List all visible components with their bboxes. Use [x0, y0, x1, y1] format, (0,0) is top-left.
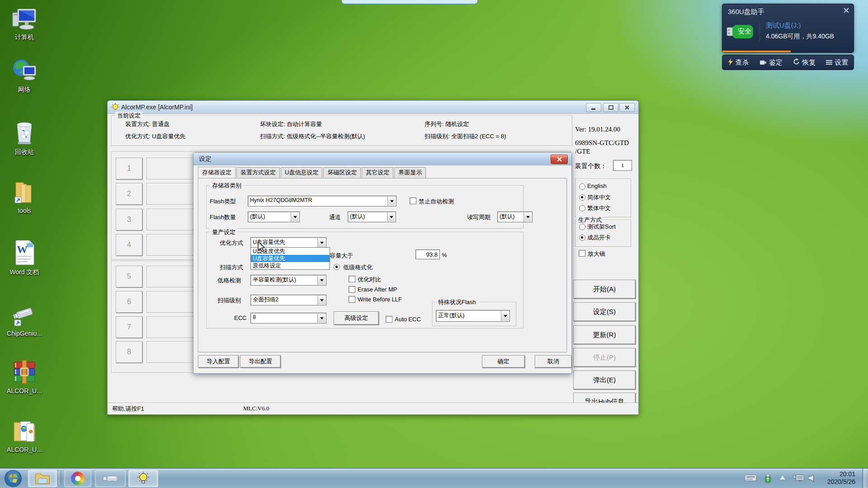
- start-button[interactable]: [4, 469, 23, 488]
- status-help-text: 帮助,请按F1: [112, 405, 144, 413]
- port-button-6[interactable]: 6: [116, 291, 142, 313]
- alcormp-titlebar[interactable]: AlcorMP.exe [AlcorMP.ini]: [108, 101, 638, 114]
- advanced-settings-button[interactable]: 高级设定: [334, 311, 379, 325]
- radio-simplified-chinese-label: 简体中文: [587, 193, 611, 202]
- disable-autodetect-checkbox[interactable]: [410, 197, 416, 204]
- port-button-2[interactable]: 2: [116, 183, 142, 205]
- close-button[interactable]: [619, 103, 635, 112]
- tray-keyboard-icon[interactable]: [745, 474, 757, 483]
- desktop-icon-network[interactable]: 网络: [4, 57, 45, 94]
- write-before-llf-checkbox[interactable]: [349, 296, 355, 303]
- port-button-5[interactable]: 5: [116, 266, 142, 287]
- settings-dialog-titlebar[interactable]: 设定: [193, 153, 571, 165]
- desktop-icon-recycle-bin[interactable]: 回收站: [4, 118, 45, 156]
- cancel-button[interactable]: 取消: [535, 355, 572, 368]
- auto-ecc-checkbox[interactable]: [386, 316, 392, 323]
- desktop-icon-computer[interactable]: 计算机: [4, 7, 45, 42]
- stop-button[interactable]: 停止(P): [573, 348, 636, 367]
- llf-radio[interactable]: [334, 264, 340, 270]
- dropdown-option-original-llf[interactable]: 原低格设定: [251, 262, 330, 269]
- optimize-mode-combobox[interactable]: U盘容量优先: [250, 237, 326, 248]
- tray-usb-icon[interactable]: [764, 474, 772, 485]
- taskbar-browser-button[interactable]: [64, 470, 91, 487]
- export-config-button[interactable]: 导出配置: [240, 355, 281, 368]
- port-button-3[interactable]: 3: [116, 209, 142, 230]
- tray-volume-icon[interactable]: [808, 474, 816, 484]
- chevron-down-icon[interactable]: [291, 212, 299, 221]
- show-desktop-button[interactable]: [863, 469, 868, 488]
- erase-after-mp-checkbox[interactable]: [349, 286, 355, 293]
- tab-device-mode-settings[interactable]: 装置方式设定: [236, 167, 280, 178]
- rw-cycle-combobox[interactable]: (默认): [497, 211, 533, 222]
- desktop-icon-alcor-folder[interactable]: ALCOR_U...: [4, 418, 45, 453]
- scan-mode-label: 扫描方式: [220, 263, 243, 272]
- channel-combobox[interactable]: (默认): [348, 211, 396, 222]
- action-recover[interactable]: 恢复: [793, 58, 816, 67]
- tab-usb-info-settings[interactable]: U盘信息设定: [281, 167, 322, 178]
- desktop-icon-label: 回收站: [4, 148, 45, 156]
- action-identify[interactable]: 鉴定: [760, 58, 783, 67]
- taskbar-alcormp-button[interactable]: [128, 470, 158, 487]
- special-flash-combobox[interactable]: 正常(默认): [436, 310, 510, 322]
- port-button-4[interactable]: 4: [116, 234, 142, 256]
- minimize-button[interactable]: [586, 103, 601, 112]
- start-button[interactable]: 开始(A): [573, 280, 636, 299]
- taskbar-explorer-button[interactable]: [28, 470, 57, 487]
- action-scan[interactable]: 查杀: [728, 58, 749, 67]
- chevron-down-icon[interactable]: [317, 296, 326, 305]
- taskbar-usb-tool-button[interactable]: [95, 470, 126, 487]
- tray-network-icon[interactable]: [793, 474, 804, 484]
- radio-finished-card[interactable]: [579, 235, 585, 241]
- dialog-close-button[interactable]: [551, 155, 568, 164]
- capacity-percent-field[interactable]: 93.8: [415, 249, 440, 259]
- desktop-icon-word-doc[interactable]: W Word 文档: [4, 239, 45, 277]
- tab-storage-settings[interactable]: 存储器设定: [198, 167, 236, 178]
- lowformat-check-combobox[interactable]: 半容量检测(默认): [250, 275, 326, 286]
- dropdown-option-speed-first[interactable]: U盘速度优先: [251, 248, 330, 255]
- radio-english[interactable]: [579, 183, 585, 190]
- drive-capacity: 4.06GB可用，共9.40GB: [766, 33, 834, 41]
- chevron-down-icon[interactable]: [317, 314, 326, 323]
- eject-button[interactable]: 弹出(E): [573, 371, 636, 389]
- chevron-down-icon[interactable]: [387, 197, 396, 206]
- optimize-compare-checkbox[interactable]: [349, 276, 355, 282]
- device-count-field[interactable]: 1: [613, 160, 632, 171]
- desktop-icon-chipgenius[interactable]: ChipGeniu...: [4, 302, 45, 337]
- top-toolbar-stub[interactable]: [341, 0, 478, 4]
- chevron-down-icon[interactable]: [524, 212, 532, 221]
- port-button-7[interactable]: 7: [116, 316, 142, 338]
- scan-level-combobox[interactable]: 全面扫描2: [250, 295, 326, 305]
- desktop-icon-alcor-rar[interactable]: ALCOR_U...: [4, 359, 45, 394]
- chevron-down-icon[interactable]: [501, 311, 509, 321]
- maximize-button[interactable]: [603, 103, 618, 112]
- word-doc-icon: W: [13, 259, 36, 267]
- desktop-icon-tools[interactable]: tools: [4, 179, 45, 214]
- refresh-button[interactable]: 更新(R): [573, 325, 636, 344]
- radio-traditional-chinese[interactable]: [579, 205, 585, 211]
- chevron-down-icon[interactable]: [387, 212, 395, 221]
- settings-button[interactable]: 设定(S): [573, 302, 636, 321]
- widget-close-icon[interactable]: [844, 7, 849, 15]
- tab-other-settings[interactable]: 其它设定: [362, 167, 393, 178]
- ecc-combobox[interactable]: 8: [250, 313, 326, 324]
- taskbar-clock[interactable]: 20:01 2020/5/26: [827, 470, 855, 486]
- port-button-1[interactable]: 1: [116, 158, 142, 179]
- radio-simplified-chinese[interactable]: [579, 194, 585, 201]
- refresh-icon: [793, 58, 800, 66]
- winrar-archive-icon: [11, 378, 38, 386]
- chevron-down-icon[interactable]: [317, 276, 326, 285]
- import-config-button[interactable]: 导入配置: [198, 355, 239, 368]
- port-button-8[interactable]: 8: [116, 341, 142, 363]
- flash-count-combobox[interactable]: (默认): [248, 211, 300, 222]
- tab-bad-sector-settings[interactable]: 坏磁区设定: [323, 167, 361, 178]
- flash-type-combobox[interactable]: Hynix H27QDG8M2MTR: [248, 196, 396, 206]
- tab-ui-display[interactable]: 界面显示: [394, 167, 426, 178]
- chevron-down-icon[interactable]: [317, 238, 326, 247]
- dropdown-option-capacity-first[interactable]: U盘容量优先: [251, 255, 330, 262]
- radio-test-rack-sort[interactable]: [579, 224, 585, 230]
- divider: [760, 23, 760, 41]
- ok-button[interactable]: 确定: [482, 355, 525, 368]
- action-settings[interactable]: 设置: [826, 58, 848, 67]
- tray-hidden-icons-arrow[interactable]: [780, 476, 785, 479]
- magnifier-checkbox[interactable]: [579, 250, 585, 257]
